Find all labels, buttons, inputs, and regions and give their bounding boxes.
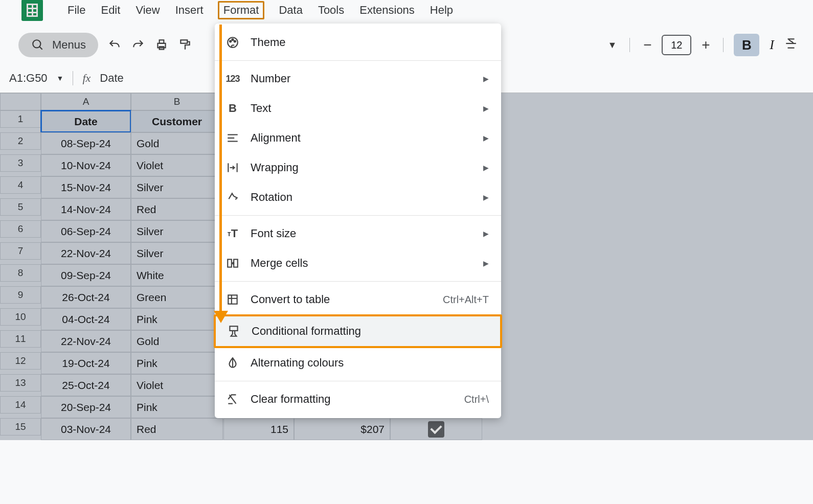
row-header[interactable]: 7 bbox=[0, 242, 41, 260]
format-menu-conditional-formatting[interactable]: Conditional formatting bbox=[216, 316, 500, 346]
cell-customer[interactable]: Red bbox=[131, 198, 223, 220]
row-header[interactable]: 8 bbox=[0, 264, 41, 282]
menu-file[interactable]: File bbox=[66, 2, 86, 19]
print-icon[interactable] bbox=[154, 38, 169, 52]
format-menu-theme[interactable]: Theme bbox=[215, 28, 501, 57]
format-menu-number[interactable]: 123Number▶ bbox=[215, 64, 501, 94]
format-dropdown: Theme123Number▶BText▶Alignment▶Wrapping▶… bbox=[215, 24, 501, 418]
menu-separator bbox=[215, 215, 501, 216]
menu-separator bbox=[215, 381, 501, 381]
col-header-A[interactable]: A bbox=[41, 93, 131, 110]
format-menu-text[interactable]: BText▶ bbox=[215, 94, 501, 123]
col-header-B[interactable]: B bbox=[131, 93, 223, 110]
formula-value[interactable]: Date bbox=[100, 72, 123, 85]
menu-extensions[interactable]: Extensions bbox=[358, 2, 416, 19]
corner-cell[interactable] bbox=[0, 93, 41, 110]
format-menu-alignment[interactable]: Alignment▶ bbox=[215, 123, 501, 153]
checkbox[interactable] bbox=[428, 421, 444, 438]
cell-date[interactable]: 06-Sep-24 bbox=[41, 220, 131, 242]
row-header[interactable]: 2 bbox=[0, 132, 41, 150]
row-header[interactable]: 13 bbox=[0, 374, 41, 392]
submenu-caret-icon: ▶ bbox=[483, 230, 489, 238]
menu-separator bbox=[215, 281, 501, 282]
cell-customer[interactable]: White bbox=[131, 264, 223, 286]
row-header[interactable]: 6 bbox=[0, 220, 41, 238]
row-header[interactable]: 4 bbox=[0, 176, 41, 194]
cell-date[interactable]: 15-Nov-24 bbox=[41, 176, 131, 198]
cell-customer[interactable]: Gold bbox=[131, 330, 223, 352]
cell-customer[interactable]: Silver bbox=[131, 220, 223, 242]
cell-total[interactable]: $207 bbox=[294, 418, 390, 440]
cell-header-date[interactable]: Date bbox=[41, 110, 131, 132]
cell-date[interactable]: 03-Nov-24 bbox=[41, 418, 131, 440]
menu-data[interactable]: Data bbox=[278, 2, 303, 19]
row-header[interactable]: 3 bbox=[0, 154, 41, 172]
redo-icon[interactable] bbox=[131, 38, 145, 52]
row-header[interactable]: 1 bbox=[0, 110, 41, 128]
format-menu-alternating-colours[interactable]: Alternating colours bbox=[215, 348, 501, 378]
cell-customer[interactable]: Silver bbox=[131, 176, 223, 198]
format-menu-convert-to-table[interactable]: Convert to tableCtrl+Alt+T bbox=[215, 285, 501, 314]
svg-point-0 bbox=[33, 40, 40, 48]
cell-value[interactable]: 115 bbox=[223, 418, 294, 440]
font-size-increase[interactable]: + bbox=[698, 37, 713, 53]
submenu-caret-icon: ▶ bbox=[483, 75, 489, 83]
name-box-caret-icon: ▼ bbox=[57, 74, 64, 82]
cell-date[interactable]: 19-Oct-24 bbox=[41, 352, 131, 374]
row-header[interactable]: 5 bbox=[0, 198, 41, 216]
row-header[interactable]: 12 bbox=[0, 352, 41, 370]
menu-help[interactable]: Help bbox=[429, 2, 454, 19]
row-header[interactable]: 14 bbox=[0, 396, 41, 414]
menu-label: Theme bbox=[251, 36, 285, 49]
cell-date[interactable]: 10-Nov-24 bbox=[41, 154, 131, 176]
cell-date[interactable]: 22-Nov-24 bbox=[41, 242, 131, 264]
palette-icon bbox=[225, 35, 240, 50]
bold-button[interactable]: B bbox=[734, 34, 759, 56]
menu-view[interactable]: View bbox=[134, 2, 161, 19]
wrap-icon bbox=[225, 160, 240, 175]
paint-format-icon[interactable] bbox=[178, 38, 192, 52]
format-menu-wrapping[interactable]: Wrapping▶ bbox=[215, 153, 501, 182]
format-menu-font-size[interactable]: тTFont size▶ bbox=[215, 219, 501, 248]
format-menu-merge-cells[interactable]: Merge cells▶ bbox=[215, 248, 501, 278]
menu-insert[interactable]: Insert bbox=[174, 2, 205, 19]
format-menu-rotation[interactable]: Rotation▶ bbox=[215, 182, 501, 212]
strikethrough-button[interactable] bbox=[784, 37, 798, 54]
num-icon: 123 bbox=[225, 71, 240, 86]
cell-customer[interactable]: Green bbox=[131, 286, 223, 308]
name-box[interactable]: A1:G50 ▼ bbox=[7, 72, 63, 85]
cell-date[interactable]: 25-Oct-24 bbox=[41, 374, 131, 396]
cell-date[interactable]: 14-Nov-24 bbox=[41, 198, 131, 220]
menu-edit[interactable]: Edit bbox=[100, 2, 121, 19]
cell-customer[interactable]: Pink bbox=[131, 352, 223, 374]
cell-date[interactable]: 08-Sep-24 bbox=[41, 132, 131, 154]
cell-customer[interactable]: Silver bbox=[131, 242, 223, 264]
menu-tools[interactable]: Tools bbox=[317, 2, 345, 19]
row-header[interactable]: 9 bbox=[0, 286, 41, 304]
cell-date[interactable]: 22-Nov-24 bbox=[41, 330, 131, 352]
font-size-value[interactable]: 12 bbox=[662, 35, 691, 55]
cell-date[interactable]: 09-Sep-24 bbox=[41, 264, 131, 286]
cell-customer[interactable]: Gold bbox=[131, 132, 223, 154]
menu-format[interactable]: Format bbox=[218, 1, 265, 19]
sheets-app-icon[interactable] bbox=[21, 0, 43, 21]
font-size-decrease[interactable]: − bbox=[640, 37, 654, 53]
cell-customer[interactable]: Pink bbox=[131, 308, 223, 330]
cell-date[interactable]: 20-Sep-24 bbox=[41, 396, 131, 418]
italic-button[interactable]: I bbox=[770, 37, 774, 53]
cell-customer[interactable]: Red bbox=[131, 418, 223, 440]
undo-icon[interactable] bbox=[107, 38, 122, 52]
row-header[interactable]: 15 bbox=[0, 418, 41, 436]
cell-finished[interactable] bbox=[390, 418, 482, 440]
cell-customer[interactable]: Violet bbox=[131, 374, 223, 396]
row-header[interactable]: 10 bbox=[0, 308, 41, 326]
cell-date[interactable]: 04-Oct-24 bbox=[41, 308, 131, 330]
cell-header-customer[interactable]: Customer bbox=[131, 110, 223, 132]
menus-search[interactable]: Menus bbox=[18, 33, 98, 57]
cell-date[interactable]: 26-Oct-24 bbox=[41, 286, 131, 308]
row-header[interactable]: 11 bbox=[0, 330, 41, 348]
cell-customer[interactable]: Violet bbox=[131, 154, 223, 176]
font-dropdown-caret-icon[interactable]: ▼ bbox=[605, 38, 619, 52]
cell-customer[interactable]: Pink bbox=[131, 396, 223, 418]
format-menu-clear-formatting[interactable]: Clear formattingCtrl+\ bbox=[215, 384, 501, 414]
